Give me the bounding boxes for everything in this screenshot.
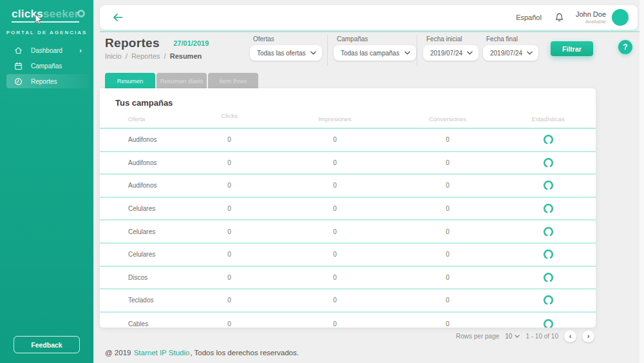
row-oferta: Teclados <box>100 297 184 304</box>
pie-chart-icon[interactable] <box>543 272 554 283</box>
tab-resumen[interactable]: Resumen <box>105 73 155 88</box>
row-impresiones: 0 <box>275 136 395 143</box>
table-body: Audifonos 0 0 0 Audifonos 0 0 0 <box>100 129 596 328</box>
row-estadisticas <box>500 180 596 191</box>
filter-button[interactable]: Filtrar <box>551 41 593 56</box>
filter-divider <box>327 35 328 66</box>
sidebar: clicksseeker PORTAL DE AGENCIAS Dashboar… <box>0 0 93 363</box>
row-impresiones: 0 <box>275 251 395 258</box>
ofertas-value: Todas las ofertas <box>257 50 306 57</box>
row-impresiones: 0 <box>275 320 395 328</box>
scrollbar-track[interactable] <box>639 0 644 363</box>
page-title-block: Reportes 27/01/2019 Inicio / Reportes / … <box>105 36 209 60</box>
logo-ring-icon <box>77 10 85 17</box>
pie-chart-icon[interactable] <box>543 249 554 260</box>
sidebar-nav: Dashboard › Campañas Reportes <box>0 43 93 90</box>
footer-prefix: @ 2019 <box>105 349 131 357</box>
row-estadisticas <box>500 295 596 306</box>
campanas-select[interactable]: Todas las campañas <box>334 45 416 61</box>
row-conversiones: 0 <box>395 320 500 328</box>
row-conversiones: 0 <box>395 274 500 281</box>
filter-bar: Reportes 27/01/2019 Inicio / Reportes / … <box>93 34 644 70</box>
row-oferta: Discos <box>100 274 184 281</box>
row-conversiones: 0 <box>395 251 500 258</box>
sidebar-item-campanas[interactable]: Campañas <box>6 59 88 73</box>
prev-page-button[interactable]: ‹ <box>564 330 576 342</box>
help-button[interactable]: ? <box>618 40 632 54</box>
row-estadisticas <box>500 134 596 145</box>
row-oferta: Cables <box>100 320 184 328</box>
page-size-value: 10 <box>505 333 512 340</box>
user-menu[interactable]: John Doe Available <box>576 10 606 25</box>
row-impresiones: 0 <box>275 228 395 235</box>
table-row: Celulares 0 0 0 <box>100 198 596 221</box>
home-icon <box>14 46 23 55</box>
notifications-button[interactable] <box>554 12 564 23</box>
row-clicks: 0 <box>184 228 275 235</box>
footer-link[interactable]: Starnet IP Studio <box>134 349 190 357</box>
sidebar-item-label: Reportes <box>31 78 57 85</box>
back-arrow-icon <box>113 14 123 21</box>
rows-per-page-label: Rows per page <box>456 333 499 340</box>
chevron-down-icon <box>467 51 473 55</box>
sidebar-item-reportes[interactable]: Reportes <box>6 74 88 88</box>
pie-chart-icon[interactable] <box>543 319 554 328</box>
breadcrumb-section[interactable]: Reportes <box>131 52 160 60</box>
user-avatar[interactable] <box>612 9 629 26</box>
row-oferta: Audifonos <box>100 159 184 166</box>
language-selector[interactable]: Español <box>516 14 542 21</box>
page-range: 1 - 10 of 10 <box>526 333 558 340</box>
column-header-oferta: Oferta <box>100 115 184 123</box>
ofertas-select[interactable]: Todas las ofertas <box>250 45 322 61</box>
chevron-down-icon <box>310 51 316 55</box>
table-row: Audifonos 0 0 0 <box>100 129 596 152</box>
table-row: Discos 0 0 0 <box>100 267 596 290</box>
next-page-button[interactable]: › <box>582 330 594 342</box>
row-impresiones: 0 <box>275 159 395 166</box>
pie-chart-icon[interactable] <box>543 203 554 214</box>
row-oferta: Celulares <box>100 205 184 212</box>
table-header: Oferta Clicks Impresiones Conversiones E… <box>100 110 596 129</box>
breadcrumb-current: Resumen <box>170 52 202 60</box>
ofertas-label: Ofertas <box>253 35 322 43</box>
tab-item-three[interactable]: Ítem three <box>208 73 258 88</box>
row-estadisticas <box>500 203 596 214</box>
header-divider <box>100 31 639 32</box>
row-estadisticas <box>500 157 596 168</box>
column-header-clicks: Clicks <box>184 112 275 119</box>
sidebar-item-dashboard[interactable]: Dashboard › <box>6 43 88 57</box>
row-clicks: 0 <box>184 205 275 212</box>
fecha-inicial-select[interactable]: 2019/07/24 <box>423 45 478 61</box>
feedback-button[interactable]: Feedback <box>14 336 80 353</box>
pie-chart-icon[interactable] <box>543 226 554 237</box>
row-estadisticas <box>500 319 596 328</box>
campanas-value: Todas las campañas <box>341 50 399 57</box>
fecha-inicial-label: Fecha inicial <box>426 35 478 43</box>
back-button[interactable] <box>111 12 124 23</box>
table-row: Teclados 0 0 0 <box>100 289 596 313</box>
pie-chart-icon[interactable] <box>543 134 554 145</box>
sidebar-item-label: Campañas <box>31 63 62 70</box>
row-clicks: 0 <box>184 159 275 166</box>
pie-chart-icon[interactable] <box>543 157 554 168</box>
row-conversiones: 0 <box>395 205 500 212</box>
filter-campanas: Campañas Todas las campañas <box>334 35 416 61</box>
campaigns-card: Tus campañas Oferta Clicks Impresiones C… <box>100 88 596 328</box>
bell-icon <box>554 12 564 23</box>
portal-subtitle: PORTAL DE AGENCIAS <box>0 30 93 35</box>
row-conversiones: 0 <box>395 136 500 143</box>
filter-divider <box>417 35 417 66</box>
breadcrumb-home[interactable]: Inicio <box>105 52 122 60</box>
row-oferta: Celulares <box>100 228 184 235</box>
page-size-select[interactable]: 10 <box>505 333 520 340</box>
mouse-cursor-icon <box>35 14 43 25</box>
row-conversiones: 0 <box>395 182 500 189</box>
footer-suffix: , Todos los derechos reservados. <box>190 349 299 357</box>
pie-chart-icon[interactable] <box>543 180 554 191</box>
row-estadisticas <box>500 272 596 283</box>
tab-resumen-diario[interactable]: Resumen diario <box>156 73 207 88</box>
pie-chart-icon[interactable] <box>543 295 554 306</box>
logo-part2: seeker <box>43 8 79 20</box>
app-logo[interactable]: clicksseeker <box>12 8 79 23</box>
fecha-final-select[interactable]: 2019/07/24 <box>483 45 538 61</box>
